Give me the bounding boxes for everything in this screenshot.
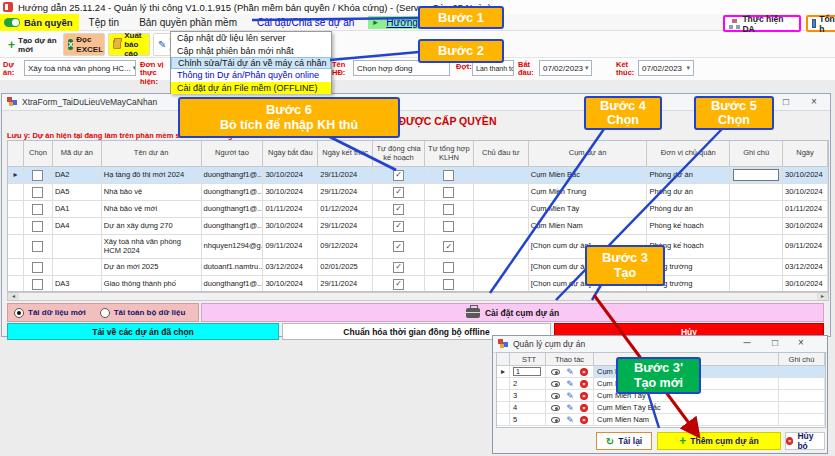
callout-step-3: Bước 3 Tạo [585,245,665,286]
app-logo-icon [3,2,13,12]
auto-plan-checkbox[interactable] [393,279,404,290]
cluster-settings-panel: Cài đặt cụm dự án [201,303,824,322]
edit-icon[interactable]: ✎ [566,367,574,377]
menu-item-update-version[interactable]: Cập nhật phiên bản mới nhất [171,44,331,56]
klhn-checkbox[interactable] [443,170,454,181]
cancel-cluster-button[interactable]: × Hủy bỏ [785,432,825,450]
execute-da-button[interactable]: Thực hiện DA [723,15,801,32]
menu-item-edit-download[interactable]: Chỉnh sửa/Tải dự án về máy cá nhân [171,57,331,69]
radio-all-data[interactable]: Tải toàn bộ dữ liệu [100,308,186,318]
select-checkbox[interactable] [32,279,43,290]
briefcase-icon [466,308,480,318]
delete-icon[interactable]: × [580,404,588,412]
callout-step-4: Bước 4 Chọn [584,96,662,130]
projects-table: Chọn Mã dự án Tên dự án Người tạo Ngày b… [7,140,829,292]
stt-input[interactable]: 1 [513,367,541,376]
auto-plan-checkbox[interactable] [393,170,404,181]
plus-icon: + [679,434,686,448]
view-icon[interactable] [551,405,560,411]
row-indicator-icon: ▸ [501,367,505,376]
auto-plan-checkbox[interactable] [393,221,404,232]
note-input[interactable] [733,169,779,181]
delete-icon[interactable]: × [580,368,588,376]
table-row[interactable]: Xây toà nhà văn phòng HCM 2024 nhquyen12… [8,235,828,259]
select-checkbox[interactable] [32,187,43,198]
select-checkbox[interactable] [32,262,43,273]
edit-icon[interactable]: ✎ [566,403,574,413]
grid-icon [812,19,816,28]
maximize-button[interactable]: □ [763,336,787,350]
table-row[interactable]: ▸ DA2 Hạ tầng đô thị mới 2024 duongthang… [8,167,828,184]
delete-icon[interactable]: × [580,416,588,424]
project-select[interactable]: Xây toà nhà văn phòng HC...▾ [24,60,136,76]
edit-icon[interactable]: ✎ [566,379,574,389]
unit-label: Đơn vị thực hiện: [140,61,174,86]
scroll-left-icon[interactable]: ◂ [8,293,19,300]
menu-item-update-server[interactable]: Cập nhật dữ liệu lên server [171,32,331,44]
horizontal-scrollbar[interactable]: ◂ ▸ [7,292,829,301]
minimize-button[interactable]: ─ [735,336,759,350]
menu-item-project-info[interactable]: Thông tin Dự án/Phân quyền online [171,69,331,81]
table-row[interactable]: DA3 Giao thông thành phố duongthangf1@..… [8,276,828,292]
select-checkbox[interactable] [32,241,43,252]
select-checkbox[interactable] [32,170,43,181]
edit-icon[interactable]: ✎ [566,415,574,425]
reload-button[interactable]: ↻ Tải lại [596,432,652,450]
project-label: Dự án: [3,61,23,78]
new-project-button[interactable]: + Tạo dự án mới [4,33,62,56]
select-checkbox[interactable] [32,204,43,215]
toggle-on-icon[interactable] [4,18,20,27]
auto-plan-checkbox[interactable] [393,241,404,252]
klhn-checkbox[interactable] [443,279,454,290]
add-cluster-button[interactable]: + Thêm cụm dự án [657,432,781,450]
close-button[interactable]: × [802,95,826,109]
radio-icon [100,308,110,318]
menu-file[interactable]: Tệp tin [79,17,130,28]
delete-icon[interactable]: × [580,380,588,388]
table-row[interactable]: DA4 Dự án xây dựng 270 duongthangf1@... … [8,218,828,235]
auto-plan-checkbox[interactable] [393,262,404,273]
delete-icon[interactable]: × [580,392,588,400]
view-icon[interactable] [551,417,560,423]
export-report-button[interactable]: Xuất báocáo [108,33,150,56]
view-icon[interactable] [551,381,560,387]
callout-step-2: Bước 2 [418,39,504,63]
folder-icon [113,40,121,49]
view-icon[interactable] [551,393,560,399]
close-button[interactable]: × [789,336,813,350]
cluster-settings-button[interactable]: Cài đặt cụm dự án [485,308,559,318]
row-indicator-icon: ▸ [13,170,17,179]
auto-plan-checkbox[interactable] [393,187,404,198]
license-toggle[interactable]: Bản quyền [0,14,79,31]
edit-icon[interactable]: ✎ [566,391,574,401]
view-icon[interactable] [551,369,560,375]
auto-plan-checkbox[interactable] [393,204,404,215]
cluster-row[interactable]: 4 ✎× Cụm Miền Tây Bắc [497,402,825,414]
klhn-checkbox[interactable] [443,187,454,198]
menu-settings-share[interactable]: Cài đặt/Chia sẻ dự án [247,17,364,28]
end-date[interactable]: 07/02/2023▾ [638,60,694,76]
klhn-checkbox[interactable] [443,262,454,273]
period-label: Đợt: [456,63,472,71]
form-icon [7,97,17,107]
menu-license[interactable]: Bản quyền phần mềm [129,17,247,28]
klhn-checkbox[interactable] [443,241,454,252]
maximize-button[interactable]: □ [774,95,798,109]
klhn-checkbox[interactable] [443,204,454,215]
reload-icon: ↻ [606,436,614,447]
download-selected-button[interactable]: Tải về các dự án đã chọn [7,323,279,340]
table-row[interactable]: Dự án mới 2025 dutoanf1.namtru... 03/12/… [8,259,828,276]
scroll-right-icon[interactable]: ▸ [817,293,828,300]
summary-button[interactable]: Tổng h [806,15,835,32]
read-excel-button[interactable]: X ĐọcEXCEL [63,33,105,56]
klhn-checkbox[interactable] [443,221,454,232]
menu-item-offline-setup[interactable]: Cài đặt dự án File mềm (OFFLINE) [171,82,331,94]
cluster-row[interactable]: 5 ✎× Cụm Miền Nam [497,414,825,426]
start-date[interactable]: 07/02/2023▾ [539,60,592,76]
table-row[interactable]: DA5 Nhà bảo vệ duongthangf1@... 30/10/20… [8,184,828,201]
table-row[interactable]: DA1 Nhà bảo vệ mới duongthangf1@... 01/1… [8,201,828,218]
select-checkbox[interactable] [32,221,43,232]
pencil-icon: ✎ [158,39,166,50]
radio-new-data[interactable]: Tải dữ liệu mới [14,308,86,318]
chevron-down-icon: ▾ [131,64,136,72]
